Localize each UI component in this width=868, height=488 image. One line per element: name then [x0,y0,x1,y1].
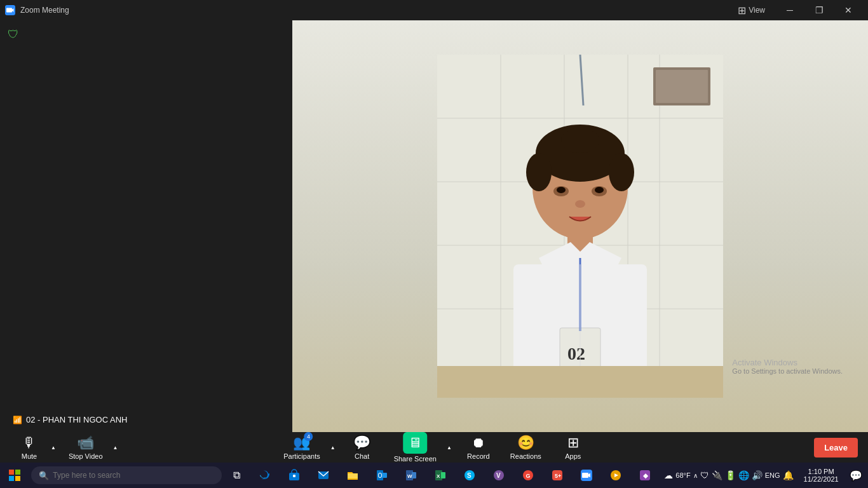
taskbar-media-icon[interactable] [602,463,630,488]
search-input[interactable] [53,471,214,480]
svg-rect-59 [15,470,20,475]
svg-point-49 [595,187,604,193]
mute-caret[interactable]: ▲ [48,442,58,453]
activate-title: Activate Windows [732,358,843,367]
usb-icon: 🔌 [712,470,722,480]
participants-button[interactable]: 👥 4 Participants [276,432,327,463]
tray-chevron[interactable]: ∧ [693,472,698,479]
kaspersky-icon: 🛡 [700,470,709,480]
close-button[interactable]: ✕ [834,0,863,20]
record-button[interactable]: ⏺ Record [459,432,498,463]
main-video-svg: 02 [437,20,723,432]
title-bar-controls: ─ ❐ ✕ [775,0,863,20]
svg-text:V: V [496,472,501,479]
reactions-group: 😊 Reactions [503,432,549,463]
network-icon: 🌐 [738,470,749,480]
participants-group: 👥 4 Participants ▲ [276,432,337,463]
activate-windows-notice: Activate Windows Go to Settings to activ… [732,358,843,375]
toolbar-left: 🎙 Mute ▲ 📹 Stop Video ▲ [10,432,120,463]
svg-text:W: W [407,473,412,479]
clock[interactable]: 1:10 PM 11/22/2021 [799,468,844,483]
share-screen-group: 🖥 Share Screen ▲ [386,430,454,465]
participants-caret[interactable]: ▲ [328,442,338,453]
svg-point-50 [575,200,585,208]
apps-button[interactable]: ⊞ Apps [554,432,592,463]
svg-point-68 [379,473,381,477]
taskbar-purple-icon[interactable]: ◆ [631,463,659,488]
camera-icon: 📹 [77,435,94,451]
reactions-label: Reactions [510,452,541,460]
view-label: View [749,6,765,15]
chat-icon: 💬 [353,435,370,451]
taskbar-skype-icon[interactable]: S [456,463,484,488]
taskbar-store-icon[interactable] [280,463,308,488]
maximize-button[interactable]: ❐ [804,0,834,20]
notification-icon[interactable]: 🔔 [783,470,794,480]
share-caret[interactable]: ▲ [444,442,454,453]
svg-text:G: G [526,473,531,479]
apps-icon: ⊞ [567,435,579,451]
taskbar-zoom-icon[interactable] [573,463,600,488]
zoom-main-area: 🛡 📶 02 - PHAN THI NGOC ANH [0,20,868,432]
svg-rect-58 [9,470,14,475]
taskbar-excel-icon[interactable]: X [426,463,454,488]
leave-button[interactable]: Leave [814,438,858,458]
signal-icon: 📶 [13,416,22,424]
taskbar-word-icon[interactable]: W [397,463,425,488]
participants-label: Participants [283,452,320,460]
svg-rect-66 [382,473,387,478]
apps-label: Apps [565,452,581,460]
chat-label: Chat [355,452,369,460]
taskbar-edge-icon[interactable] [251,463,279,488]
left-panel: 🛡 📶 02 - PHAN THI NGOC ANH [0,20,292,432]
notification-center-button[interactable]: 💬 [844,463,868,488]
reactions-icon: 😊 [517,435,534,451]
windows-taskbar: 🔍 ⧉ [0,463,868,488]
taskbar-explorer-icon[interactable] [339,463,367,488]
taskbar-gg-icon[interactable]: G [514,463,542,488]
share-screen-button[interactable]: 🖥 Share Screen [386,430,444,465]
view-button[interactable]: ⊞ View [733,4,770,17]
svg-text:02: 02 [567,344,585,363]
record-label: Record [467,452,489,460]
taskbar-app-red-icon[interactable]: 5+ [543,463,571,488]
mute-group: 🎙 Mute ▲ [10,432,58,463]
taskbar-viber-icon[interactable]: V [485,463,513,488]
stop-video-button[interactable]: 📹 Stop Video [61,432,111,463]
taskbar-mail-icon[interactable] [309,463,337,488]
svg-text:5+: 5+ [555,473,561,479]
taskbar-outlook-icon[interactable] [368,463,396,488]
start-button[interactable] [0,463,29,488]
mute-button[interactable]: 🎙 Mute [10,432,48,463]
search-bar[interactable]: 🔍 [31,466,222,484]
search-icon: 🔍 [39,471,49,480]
participants-icon: 👥 4 [293,435,310,451]
svg-point-48 [557,187,566,193]
svg-rect-60 [9,476,14,481]
title-bar: Zoom Meeting ⊞ View ─ ❐ ✕ [0,0,868,20]
svg-rect-70 [412,472,416,478]
svg-point-44 [609,153,634,191]
video-caret[interactable]: ▲ [111,442,121,453]
title-bar-title: Zoom Meeting [20,6,69,15]
svg-rect-73 [441,472,445,478]
minimize-button[interactable]: ─ [775,0,804,20]
title-bar-left: Zoom Meeting [5,5,69,15]
stop-video-group: 📹 Stop Video ▲ [61,432,121,463]
language-label: ENG [765,471,780,479]
cloud-icon: ☁ [664,470,673,480]
svg-rect-57 [437,366,723,398]
reactions-button[interactable]: 😊 Reactions [503,432,549,463]
svg-rect-63 [293,475,295,477]
svg-rect-61 [15,476,20,481]
toolbar-center: 👥 4 Participants ▲ 💬 Chat 🖥 Share Screen… [276,430,592,465]
participant-name: 02 - PHAN THI NGOC ANH [26,415,127,424]
svg-rect-40 [656,70,708,103]
svg-point-45 [561,128,599,153]
task-view-button[interactable]: ⧉ [224,463,248,488]
participant-label: 📶 02 - PHAN THI NGOC ANH [13,415,127,424]
clock-time: 1:10 PM [808,468,834,475]
chat-button[interactable]: 💬 Chat [343,432,381,463]
zoom-toolbar: 🎙 Mute ▲ 📹 Stop Video ▲ 👥 4 Participants [0,432,868,463]
taskbar-app-icons: W X S V G [248,463,659,488]
